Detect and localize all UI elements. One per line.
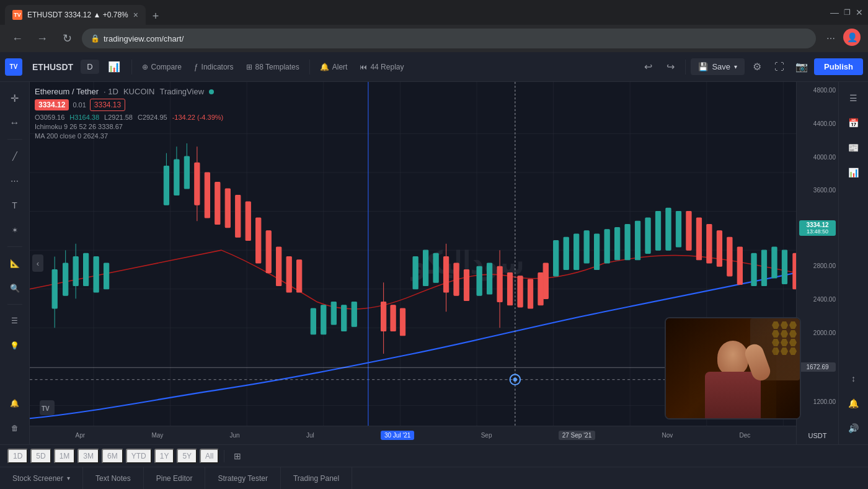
svg-rect-38: [311, 308, 316, 334]
svg-rect-57: [645, 218, 650, 253]
undo-icon: ↩: [644, 61, 652, 73]
tf-1y[interactable]: 1Y: [154, 449, 175, 464]
crosshair-tool[interactable]: ✛: [4, 87, 26, 109]
compare-button[interactable]: ⊕ Compare: [137, 60, 187, 74]
templates-button[interactable]: ⊞ 88 Templates: [241, 60, 304, 74]
delete-tool[interactable]: 🗑: [4, 417, 26, 439]
chart-bottom-bar: 1D 5D 1M 3M 6M YTD 1Y 5Y All ⊞ Stock Scr…: [0, 444, 868, 489]
snapshot-button[interactable]: 📷: [792, 57, 812, 77]
chart-area[interactable]: Ethereum / Tether · 1D KUCOIN TradingVie…: [30, 82, 838, 444]
text-notes-tab[interactable]: Text Notes: [83, 467, 144, 489]
close-btn[interactable]: ✕: [856, 7, 863, 17]
svg-rect-43: [413, 257, 418, 289]
svg-rect-30: [94, 257, 99, 292]
right-alerts-btn[interactable]: 🔔: [843, 392, 865, 415]
profile-btn[interactable]: 👤: [843, 29, 861, 46]
draw-tool[interactable]: ╱: [4, 145, 26, 167]
forward-icon: →: [37, 32, 48, 45]
fullscreen-button[interactable]: ⛶: [769, 57, 789, 77]
strategy-tester-tab[interactable]: Strategy Tester: [205, 467, 280, 489]
left-sep2: [7, 246, 22, 247]
webcam-overlay: [665, 317, 801, 419]
forward-button[interactable]: →: [32, 29, 52, 48]
price-2400: 2400.00: [799, 296, 836, 303]
current-price-time: 13:48:50: [802, 228, 833, 235]
bottom-tabs: Stock Screener ▾ Text Notes Pine Editor …: [0, 467, 868, 489]
currency-label: USDT: [799, 432, 836, 439]
sound-btn[interactable]: 🔊: [843, 417, 865, 439]
address-bar[interactable]: 🔒 tradingview.com/chart/: [82, 29, 816, 48]
pattern-tool[interactable]: ✶: [4, 219, 26, 241]
price-3600: 3600.00: [799, 187, 836, 194]
replay-icon: ⏮: [360, 63, 367, 71]
svg-rect-88: [497, 266, 502, 302]
measure-tool[interactable]: 📐: [4, 252, 26, 274]
chart-settings-button[interactable]: ⚙: [747, 57, 767, 77]
compare-tf-btn[interactable]: ⊞: [229, 449, 246, 463]
chart-pair-title: Ethereum / Tether · 1D KUCOIN TradingVie…: [35, 87, 223, 96]
change-value: -134.22 (-4.39%): [172, 114, 224, 121]
svg-rect-60: [676, 212, 681, 247]
move-tool[interactable]: ↔: [4, 112, 26, 134]
watchlist-panel-btn[interactable]: ☰: [843, 87, 865, 109]
new-tab-button[interactable]: +: [147, 7, 164, 25]
tf-ytd[interactable]: YTD: [126, 449, 152, 464]
svg-rect-92: [518, 276, 523, 307]
fibonacci-tool[interactable]: ⋯: [4, 169, 26, 192]
alert-button[interactable]: 🔔 Alert: [315, 60, 353, 74]
symbol-label[interactable]: ETHUSDT: [27, 60, 78, 74]
indicators-label: Indicators: [202, 63, 234, 71]
text-tool[interactable]: T: [4, 194, 26, 217]
active-tab[interactable]: TV ETHUSDT 3334.12 ▲ +0.78% ×: [5, 5, 146, 25]
svg-rect-94: [538, 273, 543, 305]
tab-close-btn[interactable]: ×: [133, 10, 138, 20]
svg-rect-58: [655, 212, 660, 251]
ichimoku-indicator: Ichimoku 9 26 52 26 3338.67: [35, 123, 223, 130]
trading-panel-tab[interactable]: Trading Panel: [281, 467, 352, 489]
depth-chart-btn[interactable]: 📊: [843, 161, 865, 184]
time-jul21: 30 Jul '21: [381, 431, 415, 440]
right-panel-scroll[interactable]: ↕: [843, 367, 865, 390]
pair-name: Ethereum / Tether: [35, 87, 99, 96]
tf-5d[interactable]: 5D: [30, 449, 51, 464]
minimize-btn[interactable]: —: [830, 7, 839, 17]
svg-rect-26: [73, 257, 78, 286]
svg-rect-64: [782, 250, 787, 284]
tf-5y[interactable]: 5Y: [177, 449, 197, 464]
back-button[interactable]: ←: [7, 29, 27, 48]
zoom-tool[interactable]: 🔍: [4, 277, 26, 299]
panel-collapse-btn[interactable]: ‹: [32, 254, 43, 272]
undo-button[interactable]: ↩: [638, 57, 658, 77]
browser-nav: ← → ↻ 🔒 tradingview.com/chart/ ⋯ 👤: [0, 25, 868, 52]
svg-rect-91: [507, 273, 512, 305]
news-btn[interactable]: 📰: [843, 137, 865, 159]
calendar-btn[interactable]: 📅: [843, 112, 865, 134]
save-button[interactable]: 💾 Save ▾: [691, 58, 745, 75]
save-icon: 💾: [698, 62, 708, 71]
publish-button[interactable]: Publish: [814, 58, 863, 75]
stock-screener-tab[interactable]: Stock Screener ▾: [0, 467, 83, 489]
bar-type-selector[interactable]: 📊: [102, 58, 126, 75]
tf-1m[interactable]: 1M: [54, 449, 76, 464]
live-indicator: [209, 89, 214, 94]
restore-btn[interactable]: ❐: [844, 8, 851, 17]
alerts-panel-btn[interactable]: 🔔: [4, 392, 26, 415]
ideas-btn[interactable]: 💡: [4, 334, 26, 357]
tf-1d[interactable]: 1D: [7, 449, 28, 464]
redo-button[interactable]: ↪: [660, 57, 680, 77]
tf-3m[interactable]: 3M: [78, 449, 99, 464]
extensions-btn[interactable]: ⋯: [821, 29, 841, 48]
tf-all[interactable]: All: [200, 449, 219, 464]
trading-panel-label: Trading Panel: [293, 474, 339, 483]
alert-label: Alert: [332, 63, 348, 71]
price-badges: 3334.12 0.01 3334.13: [35, 99, 223, 111]
replay-button[interactable]: ⏮ 44 Replay: [355, 60, 409, 74]
watchlist-btn[interactable]: ☰: [4, 310, 26, 332]
refresh-button[interactable]: ↻: [57, 29, 77, 48]
timeframe-selector[interactable]: D: [81, 60, 99, 74]
indicators-button[interactable]: ƒ Indicators: [189, 60, 239, 74]
second-price-badge: 3334.13: [90, 99, 125, 111]
svg-rect-62: [761, 250, 766, 285]
pine-editor-tab[interactable]: Pine Editor: [144, 467, 206, 489]
tf-6m[interactable]: 6M: [102, 449, 123, 464]
